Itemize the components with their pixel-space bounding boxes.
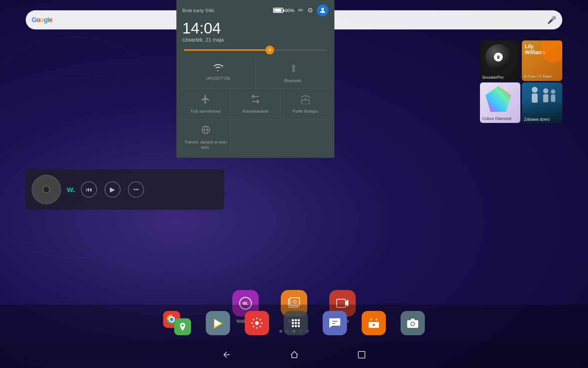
wifi-name: UPC0377726 bbox=[206, 76, 230, 81]
snooker-widget[interactable]: 8 SnookerPro bbox=[480, 40, 520, 81]
settings-icon[interactable]: ⚙ bbox=[307, 6, 313, 14]
hotspot-icon bbox=[300, 94, 311, 106]
snooker-label: SnookerPro bbox=[482, 75, 503, 79]
svg-point-31 bbox=[292, 325, 294, 327]
recents-button[interactable] bbox=[358, 351, 366, 359]
google-logo: Google bbox=[32, 16, 52, 24]
calendar-icon[interactable] bbox=[362, 311, 386, 335]
svg-point-0 bbox=[532, 87, 538, 93]
lily-label: A Paw Of Water bbox=[524, 74, 553, 79]
svg-point-7 bbox=[269, 49, 271, 51]
empty-toggle-1 bbox=[231, 120, 280, 155]
svg-point-38 bbox=[373, 324, 375, 326]
svg-point-30 bbox=[298, 322, 300, 324]
apps-drawer-icon[interactable] bbox=[284, 311, 308, 335]
zabawa-label: Zabawa dzieci bbox=[524, 117, 550, 121]
walkman-logo-widget: w. bbox=[67, 185, 75, 194]
rotation-toggle[interactable]: Autoobracanie bbox=[231, 89, 281, 119]
second-toggle-row: Tryb samolotowy Autoobracanie Punkt dost… bbox=[181, 89, 330, 119]
more-button[interactable]: ••• bbox=[128, 181, 144, 198]
svg-rect-42 bbox=[358, 351, 365, 358]
zabawa-widget[interactable]: Zabawa dzieci bbox=[522, 82, 562, 123]
svg-point-25 bbox=[292, 319, 294, 321]
rotation-icon bbox=[250, 94, 261, 106]
svg-point-26 bbox=[295, 319, 297, 321]
people-silhouette bbox=[524, 84, 560, 114]
svg-rect-5 bbox=[551, 95, 555, 102]
pencil-icon[interactable]: ✏ bbox=[298, 6, 304, 14]
right-app-widgets: 8 SnookerPro LilyWilliams A Paw Of Water… bbox=[480, 40, 562, 123]
music-controls: ⏮ ▶ ••• bbox=[81, 181, 144, 198]
brightness-thumb[interactable] bbox=[265, 46, 274, 54]
empty-toggle-2 bbox=[280, 120, 330, 155]
time-display: 14:04 czwartek, 21 maja bbox=[176, 19, 334, 43]
album-art bbox=[32, 175, 61, 204]
lily-widget[interactable]: LilyWilliams A Paw Of Water bbox=[522, 40, 562, 81]
svg-point-27 bbox=[298, 319, 300, 321]
data-label: Transm. danych w sieci kom. bbox=[184, 139, 227, 150]
bluetooth-label: Bluetooth bbox=[284, 78, 301, 83]
hotspot-toggle[interactable]: Punkt dostępu bbox=[280, 89, 330, 119]
mobile-data-toggle[interactable]: Transm. danych w sieci kom. bbox=[181, 120, 231, 155]
music-player-widget: w. ⏮ ▶ ••• bbox=[26, 169, 224, 210]
svg-point-2 bbox=[543, 88, 548, 93]
airplane-label: Tryb samolotowy bbox=[190, 109, 221, 114]
svg-rect-3 bbox=[543, 94, 548, 102]
diamond-shape bbox=[485, 86, 511, 112]
svg-point-24 bbox=[255, 321, 259, 325]
messages-icon[interactable] bbox=[323, 311, 347, 335]
back-button[interactable] bbox=[222, 350, 231, 359]
rotation-label: Autoobracanie bbox=[243, 109, 269, 114]
svg-point-41 bbox=[411, 322, 414, 325]
svg-point-4 bbox=[551, 89, 555, 94]
camera-icon[interactable] bbox=[401, 311, 425, 335]
date-display: czwartek, 21 maja bbox=[182, 37, 329, 43]
home-button[interactable] bbox=[290, 350, 299, 359]
wifi-icon: ⚡ bbox=[213, 63, 223, 74]
airplane-toggle[interactable]: Tryb samolotowy bbox=[181, 89, 231, 119]
mic-icon[interactable]: 🎤 bbox=[547, 15, 556, 24]
play-button[interactable]: ▶ bbox=[104, 181, 121, 198]
navigation-bar bbox=[0, 342, 588, 368]
bluetooth-toggle[interactable]: Bluetooth bbox=[256, 58, 330, 88]
svg-point-23 bbox=[182, 325, 184, 327]
user-avatar[interactable] bbox=[317, 4, 329, 16]
svg-point-22 bbox=[170, 318, 173, 321]
vinyl-center bbox=[43, 186, 50, 193]
notification-panel: Brak karty SIM. 90% ✏ ⚙ 14:04 czwartek, … bbox=[176, 0, 334, 158]
wifi-bt-row: ⚡ UPC0377726 Bluetooth bbox=[181, 58, 330, 89]
status-icons: 90% ✏ ⚙ bbox=[273, 4, 329, 16]
play-store-icon[interactable] bbox=[206, 311, 230, 335]
svg-point-28 bbox=[292, 322, 294, 324]
svg-point-6 bbox=[322, 8, 324, 10]
wifi-toggle[interactable]: ⚡ UPC0377726 bbox=[181, 58, 256, 88]
svg-rect-9 bbox=[301, 100, 309, 105]
battery-indicator: 90% bbox=[273, 8, 294, 13]
svg-point-32 bbox=[295, 325, 297, 327]
svg-text:⚡: ⚡ bbox=[221, 63, 223, 68]
svg-point-29 bbox=[295, 322, 297, 324]
sim-status: Brak karty SIM. bbox=[182, 8, 215, 13]
svg-point-33 bbox=[298, 325, 300, 327]
brightness-control[interactable] bbox=[176, 43, 334, 55]
settings-app-icon[interactable] bbox=[245, 311, 269, 335]
diamond-widget[interactable]: Colour Diamond bbox=[480, 82, 520, 123]
globe-icon bbox=[201, 125, 211, 137]
clock: 14:04 bbox=[182, 21, 329, 36]
quick-toggles: ⚡ UPC0377726 Bluetooth Tryb sa bbox=[176, 55, 334, 158]
chrome-maps-icon[interactable] bbox=[163, 311, 191, 335]
battery-percent: 90% bbox=[285, 8, 294, 13]
svg-rect-1 bbox=[532, 93, 538, 103]
bottom-app-bar bbox=[0, 305, 588, 342]
airplane-icon bbox=[200, 94, 211, 106]
hotspot-label: Punkt dostępu bbox=[293, 109, 318, 114]
bluetooth-icon bbox=[289, 63, 297, 76]
svg-rect-35 bbox=[369, 319, 379, 322]
prev-button[interactable]: ⏮ bbox=[81, 181, 97, 198]
diamond-label: Colour Diamond bbox=[482, 116, 511, 121]
brightness-track[interactable] bbox=[184, 49, 327, 51]
notif-header: Brak karty SIM. 90% ✏ ⚙ bbox=[176, 0, 334, 19]
data-toggle-row: Transm. danych w sieci kom. bbox=[181, 120, 330, 155]
brightness-fill bbox=[184, 49, 270, 51]
